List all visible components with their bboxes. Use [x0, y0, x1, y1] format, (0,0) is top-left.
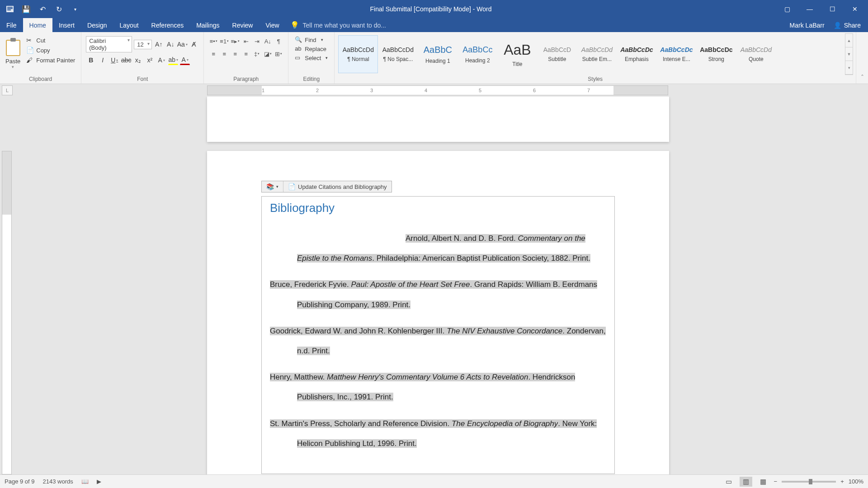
- decrease-indent-button[interactable]: ⇤: [241, 36, 251, 46]
- line-spacing-button[interactable]: ‡: [252, 49, 262, 59]
- user-name[interactable]: Mark LaBarr: [790, 22, 825, 29]
- style-item-quote[interactable]: AaBbCcDdQuote: [736, 35, 776, 73]
- select-button[interactable]: ▭Select▾: [295, 54, 328, 61]
- multilevel-list-button[interactable]: ≡▸: [230, 36, 240, 46]
- share-button[interactable]: 👤 Share: [834, 22, 861, 29]
- style-preview: AaBbCcDd: [741, 46, 772, 53]
- bold-button[interactable]: B: [86, 55, 96, 65]
- find-button[interactable]: 🔍Find▾: [295, 36, 328, 43]
- superscript-button[interactable]: x²: [145, 55, 155, 65]
- maximize-icon[interactable]: ☐: [822, 2, 843, 16]
- zoom-in-icon[interactable]: +: [840, 478, 844, 485]
- bibliography-entry: Bruce, Frederick Fyvie. Paul: Apostle of…: [270, 275, 606, 314]
- word-count[interactable]: 2143 words: [43, 478, 73, 485]
- horizontal-ruler[interactable]: 1234567: [207, 85, 668, 95]
- shrink-font-button[interactable]: A↓: [165, 39, 175, 49]
- spellcheck-icon[interactable]: 📖: [81, 478, 89, 485]
- cut-button[interactable]: ✂Cut: [25, 36, 76, 44]
- styles-scroll-down-icon[interactable]: ▼: [845, 47, 853, 61]
- tab-references[interactable]: References: [145, 18, 190, 32]
- show-hide-button[interactable]: ¶: [274, 36, 283, 46]
- numbering-button[interactable]: ≡1: [219, 36, 229, 46]
- style-item-heading-1[interactable]: AaBbCHeading 1: [418, 35, 458, 73]
- style-item-strong[interactable]: AaBbCcDcStrong: [696, 35, 736, 73]
- styles-scroll-up-icon[interactable]: ▲: [845, 34, 853, 47]
- subscript-button[interactable]: x₂: [133, 55, 143, 65]
- tab-selector[interactable]: L: [2, 85, 13, 95]
- sort-button[interactable]: A↓: [263, 36, 273, 46]
- style-item--normal[interactable]: AaBbCcDd¶ Normal: [338, 35, 378, 73]
- undo-icon[interactable]: ↶: [37, 4, 48, 14]
- style-item-emphasis[interactable]: AaBbCcDcEmphasis: [617, 35, 656, 73]
- clear-formatting-button[interactable]: A̸: [189, 39, 199, 49]
- tab-design[interactable]: Design: [81, 18, 113, 32]
- zoom-slider[interactable]: [782, 481, 836, 483]
- paste-button[interactable]: Paste ▾: [3, 33, 23, 75]
- tab-insert[interactable]: Insert: [52, 18, 81, 32]
- font-size-combo[interactable]: 12: [134, 40, 152, 49]
- ribbon-display-icon[interactable]: ▢: [777, 2, 797, 16]
- style-item--no-spac-[interactable]: AaBbCcDd¶ No Spac...: [378, 35, 418, 73]
- style-item-heading-2[interactable]: AaBbCcHeading 2: [458, 35, 497, 73]
- copy-button[interactable]: 📄Copy: [25, 46, 76, 54]
- tab-mailings[interactable]: Mailings: [190, 18, 226, 32]
- zoom-out-icon[interactable]: −: [774, 478, 778, 485]
- change-case-button[interactable]: Aa: [177, 39, 187, 49]
- group-font: Calibri (Body) 12 A↑ A↓ Aa A̸ B I U abc …: [81, 32, 204, 84]
- tab-home[interactable]: Home: [23, 18, 52, 32]
- align-center-button[interactable]: ≡: [219, 49, 229, 59]
- align-left-button[interactable]: ≡: [208, 49, 218, 59]
- style-item-title[interactable]: AaBTitle: [497, 35, 537, 73]
- entry-author: Goodrick, Edward W. and John R. Kohlenbe…: [270, 327, 447, 335]
- tab-review[interactable]: Review: [226, 18, 259, 32]
- style-item-intense-e-[interactable]: AaBbCcDcIntense E...: [656, 35, 696, 73]
- style-preview: AaBbCc: [462, 45, 492, 55]
- minimize-icon[interactable]: —: [799, 2, 820, 16]
- paste-dropdown-icon[interactable]: ▾: [12, 65, 14, 69]
- ruler-tick: 5: [479, 88, 481, 93]
- underline-button[interactable]: U: [109, 55, 119, 65]
- increase-indent-button[interactable]: ⇥: [252, 36, 262, 46]
- close-icon[interactable]: ✕: [844, 2, 865, 16]
- strikethrough-button[interactable]: abc: [121, 55, 131, 65]
- tab-layout[interactable]: Layout: [113, 18, 145, 32]
- style-name: ¶ Normal: [347, 56, 369, 62]
- vertical-ruler[interactable]: [2, 151, 12, 474]
- collapse-ribbon-icon[interactable]: ˄: [856, 32, 868, 84]
- text-effects-button[interactable]: A: [156, 55, 166, 65]
- bibliography-field[interactable]: 📚▾ 📄Update Citations and Bibliography Bi…: [261, 196, 615, 474]
- font-name-combo[interactable]: Calibri (Body): [86, 36, 132, 52]
- replace-button[interactable]: abReplace: [295, 45, 328, 52]
- font-color-button[interactable]: A: [180, 55, 190, 65]
- styles-more-icon[interactable]: ▾: [845, 61, 853, 75]
- italic-button[interactable]: I: [98, 55, 108, 65]
- format-painter-button[interactable]: 🖌Format Painter: [25, 56, 76, 64]
- book-icon: 📚: [266, 183, 274, 190]
- grow-font-button[interactable]: A↑: [154, 39, 164, 49]
- page-indicator[interactable]: Page 9 of 9: [5, 478, 35, 485]
- bibliography-options-button[interactable]: 📚▾: [262, 181, 283, 192]
- style-item-subtle-em-[interactable]: AaBbCcDdSubtle Em...: [577, 35, 617, 73]
- document-page[interactable]: 📚▾ 📄Update Citations and Bibliography Bi…: [207, 151, 669, 474]
- tab-view[interactable]: View: [259, 18, 285, 32]
- save-icon[interactable]: 💾: [21, 4, 32, 14]
- bullets-button[interactable]: ≡•: [208, 36, 218, 46]
- read-mode-icon[interactable]: ▭: [722, 477, 735, 487]
- tell-me-search[interactable]: 💡 Tell me what you want to do...: [290, 18, 386, 32]
- borders-button[interactable]: ⊞: [274, 49, 283, 59]
- print-layout-icon[interactable]: ▥: [740, 477, 752, 487]
- zoom-level[interactable]: 100%: [849, 478, 863, 485]
- align-right-button[interactable]: ≡: [230, 49, 240, 59]
- tab-file[interactable]: File: [0, 18, 23, 32]
- redo-icon[interactable]: ↻: [53, 4, 64, 14]
- justify-button[interactable]: ≡: [241, 49, 251, 59]
- word-icon: [5, 4, 15, 14]
- shading-button[interactable]: ◪: [263, 49, 273, 59]
- macro-icon[interactable]: ▶: [97, 478, 101, 485]
- style-preview: AaB: [504, 42, 531, 58]
- web-layout-icon[interactable]: ▦: [757, 477, 769, 487]
- highlight-color-button[interactable]: ab: [168, 55, 178, 65]
- qa-customize-icon[interactable]: ▾: [70, 4, 80, 14]
- update-citations-button[interactable]: 📄Update Citations and Bibliography: [283, 181, 392, 192]
- style-item-subtitle[interactable]: AaBbCcDSubtitle: [537, 35, 577, 73]
